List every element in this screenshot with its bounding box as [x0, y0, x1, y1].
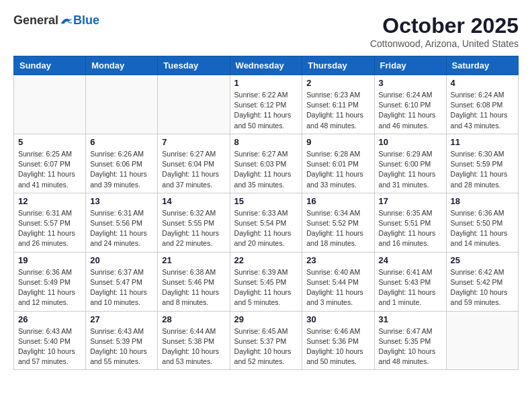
day-info: Sunrise: 6:45 AM Sunset: 5:37 PM Dayligh…	[234, 326, 298, 367]
calendar-cell: 26Sunrise: 6:43 AM Sunset: 5:40 PM Dayli…	[14, 311, 86, 370]
day-number: 14	[162, 196, 225, 206]
day-number: 5	[18, 137, 81, 147]
page-header: General Blue October 2025 Cottonwood, Ar…	[13, 13, 519, 49]
calendar-cell: 29Sunrise: 6:45 AM Sunset: 5:37 PM Dayli…	[230, 311, 302, 370]
calendar-cell: 9Sunrise: 6:28 AM Sunset: 6:01 PM Daylig…	[302, 134, 374, 193]
day-info: Sunrise: 6:27 AM Sunset: 6:03 PM Dayligh…	[234, 149, 298, 190]
day-number: 10	[379, 137, 442, 147]
day-info: Sunrise: 6:36 AM Sunset: 5:50 PM Dayligh…	[451, 208, 514, 249]
day-info: Sunrise: 6:32 AM Sunset: 5:55 PM Dayligh…	[162, 208, 225, 249]
day-info: Sunrise: 6:35 AM Sunset: 5:51 PM Dayligh…	[379, 208, 442, 249]
calendar-cell: 28Sunrise: 6:44 AM Sunset: 5:38 PM Dayli…	[158, 311, 230, 370]
calendar-cell: 15Sunrise: 6:33 AM Sunset: 5:54 PM Dayli…	[230, 193, 302, 252]
day-info: Sunrise: 6:29 AM Sunset: 6:00 PM Dayligh…	[379, 149, 442, 190]
calendar-cell: 21Sunrise: 6:38 AM Sunset: 5:46 PM Dayli…	[158, 252, 230, 311]
header-day-sunday: Sunday	[14, 56, 86, 75]
day-number: 24	[379, 255, 442, 265]
day-info: Sunrise: 6:24 AM Sunset: 6:08 PM Dayligh…	[451, 90, 514, 131]
day-number: 31	[379, 314, 442, 324]
day-info: Sunrise: 6:40 AM Sunset: 5:44 PM Dayligh…	[306, 267, 369, 308]
calendar-cell	[158, 75, 230, 134]
day-number: 17	[379, 196, 442, 206]
day-number: 27	[90, 314, 153, 324]
calendar-cell: 22Sunrise: 6:39 AM Sunset: 5:45 PM Dayli…	[230, 252, 302, 311]
day-info: Sunrise: 6:37 AM Sunset: 5:47 PM Dayligh…	[90, 267, 153, 308]
calendar-cell: 3Sunrise: 6:24 AM Sunset: 6:10 PM Daylig…	[374, 75, 446, 134]
day-number: 19	[18, 255, 81, 265]
day-info: Sunrise: 6:38 AM Sunset: 5:46 PM Dayligh…	[162, 267, 225, 308]
location-text: Cottonwood, Arizona, United States	[370, 38, 519, 49]
day-info: Sunrise: 6:43 AM Sunset: 5:39 PM Dayligh…	[90, 326, 153, 367]
calendar-week-row: 5Sunrise: 6:25 AM Sunset: 6:07 PM Daylig…	[14, 134, 519, 193]
day-number: 21	[162, 255, 225, 265]
day-info: Sunrise: 6:24 AM Sunset: 6:10 PM Dayligh…	[379, 90, 442, 131]
logo-general-text: General	[13, 13, 58, 28]
calendar-cell: 18Sunrise: 6:36 AM Sunset: 5:50 PM Dayli…	[446, 193, 518, 252]
day-number: 15	[234, 196, 298, 206]
day-number: 7	[162, 137, 225, 147]
calendar-cell: 11Sunrise: 6:30 AM Sunset: 5:59 PM Dayli…	[446, 134, 518, 193]
calendar-cell: 5Sunrise: 6:25 AM Sunset: 6:07 PM Daylig…	[14, 134, 86, 193]
day-info: Sunrise: 6:34 AM Sunset: 5:52 PM Dayligh…	[306, 208, 369, 249]
day-number: 28	[162, 314, 225, 324]
day-info: Sunrise: 6:43 AM Sunset: 5:40 PM Dayligh…	[18, 326, 81, 367]
day-number: 25	[451, 255, 514, 265]
calendar-cell: 17Sunrise: 6:35 AM Sunset: 5:51 PM Dayli…	[374, 193, 446, 252]
day-number: 8	[234, 137, 298, 147]
day-number: 29	[234, 314, 298, 324]
day-number: 3	[379, 78, 442, 88]
calendar-week-row: 19Sunrise: 6:36 AM Sunset: 5:49 PM Dayli…	[14, 252, 519, 311]
day-number: 13	[90, 196, 153, 206]
day-info: Sunrise: 6:42 AM Sunset: 5:42 PM Dayligh…	[451, 267, 514, 308]
day-info: Sunrise: 6:23 AM Sunset: 6:11 PM Dayligh…	[306, 90, 369, 131]
day-number: 30	[306, 314, 369, 324]
day-number: 22	[234, 255, 298, 265]
day-info: Sunrise: 6:28 AM Sunset: 6:01 PM Dayligh…	[306, 149, 369, 190]
calendar-week-row: 26Sunrise: 6:43 AM Sunset: 5:40 PM Dayli…	[14, 311, 519, 370]
day-number: 23	[306, 255, 369, 265]
header-day-saturday: Saturday	[446, 56, 518, 75]
calendar-table: SundayMondayTuesdayWednesdayThursdayFrid…	[13, 56, 519, 370]
day-info: Sunrise: 6:36 AM Sunset: 5:49 PM Dayligh…	[18, 267, 81, 308]
header-day-wednesday: Wednesday	[230, 56, 302, 75]
day-info: Sunrise: 6:46 AM Sunset: 5:36 PM Dayligh…	[306, 326, 369, 367]
day-number: 2	[306, 78, 369, 88]
calendar-header-row: SundayMondayTuesdayWednesdayThursdayFrid…	[14, 56, 519, 75]
logo-blue-text: Blue	[73, 13, 99, 28]
calendar-cell: 2Sunrise: 6:23 AM Sunset: 6:11 PM Daylig…	[302, 75, 374, 134]
calendar-cell: 19Sunrise: 6:36 AM Sunset: 5:49 PM Dayli…	[14, 252, 86, 311]
calendar-cell: 4Sunrise: 6:24 AM Sunset: 6:08 PM Daylig…	[446, 75, 518, 134]
calendar-cell: 8Sunrise: 6:27 AM Sunset: 6:03 PM Daylig…	[230, 134, 302, 193]
day-number: 16	[306, 196, 369, 206]
day-info: Sunrise: 6:22 AM Sunset: 6:12 PM Dayligh…	[234, 90, 298, 131]
calendar-cell: 1Sunrise: 6:22 AM Sunset: 6:12 PM Daylig…	[230, 75, 302, 134]
day-info: Sunrise: 6:41 AM Sunset: 5:43 PM Dayligh…	[379, 267, 442, 308]
header-day-monday: Monday	[86, 56, 158, 75]
calendar-cell	[446, 311, 518, 370]
day-info: Sunrise: 6:33 AM Sunset: 5:54 PM Dayligh…	[234, 208, 298, 249]
calendar-cell: 16Sunrise: 6:34 AM Sunset: 5:52 PM Dayli…	[302, 193, 374, 252]
day-info: Sunrise: 6:26 AM Sunset: 6:06 PM Dayligh…	[90, 149, 153, 190]
calendar-cell: 7Sunrise: 6:27 AM Sunset: 6:04 PM Daylig…	[158, 134, 230, 193]
calendar-cell: 30Sunrise: 6:46 AM Sunset: 5:36 PM Dayli…	[302, 311, 374, 370]
calendar-cell: 25Sunrise: 6:42 AM Sunset: 5:42 PM Dayli…	[446, 252, 518, 311]
day-info: Sunrise: 6:31 AM Sunset: 5:57 PM Dayligh…	[18, 208, 81, 249]
calendar-cell: 10Sunrise: 6:29 AM Sunset: 6:00 PM Dayli…	[374, 134, 446, 193]
logo: General Blue	[13, 13, 99, 28]
day-number: 4	[451, 78, 514, 88]
day-info: Sunrise: 6:31 AM Sunset: 5:56 PM Dayligh…	[90, 208, 153, 249]
day-number: 11	[451, 137, 514, 147]
header-day-thursday: Thursday	[302, 56, 374, 75]
day-number: 20	[90, 255, 153, 265]
calendar-cell: 13Sunrise: 6:31 AM Sunset: 5:56 PM Dayli…	[86, 193, 158, 252]
day-number: 9	[306, 137, 369, 147]
header-day-friday: Friday	[374, 56, 446, 75]
calendar-cell: 12Sunrise: 6:31 AM Sunset: 5:57 PM Dayli…	[14, 193, 86, 252]
day-info: Sunrise: 6:47 AM Sunset: 5:35 PM Dayligh…	[379, 326, 442, 367]
day-info: Sunrise: 6:30 AM Sunset: 5:59 PM Dayligh…	[451, 149, 514, 190]
calendar-week-row: 12Sunrise: 6:31 AM Sunset: 5:57 PM Dayli…	[14, 193, 519, 252]
day-number: 26	[18, 314, 81, 324]
calendar-cell: 23Sunrise: 6:40 AM Sunset: 5:44 PM Dayli…	[302, 252, 374, 311]
calendar-cell: 14Sunrise: 6:32 AM Sunset: 5:55 PM Dayli…	[158, 193, 230, 252]
logo-bird-icon	[60, 15, 73, 26]
